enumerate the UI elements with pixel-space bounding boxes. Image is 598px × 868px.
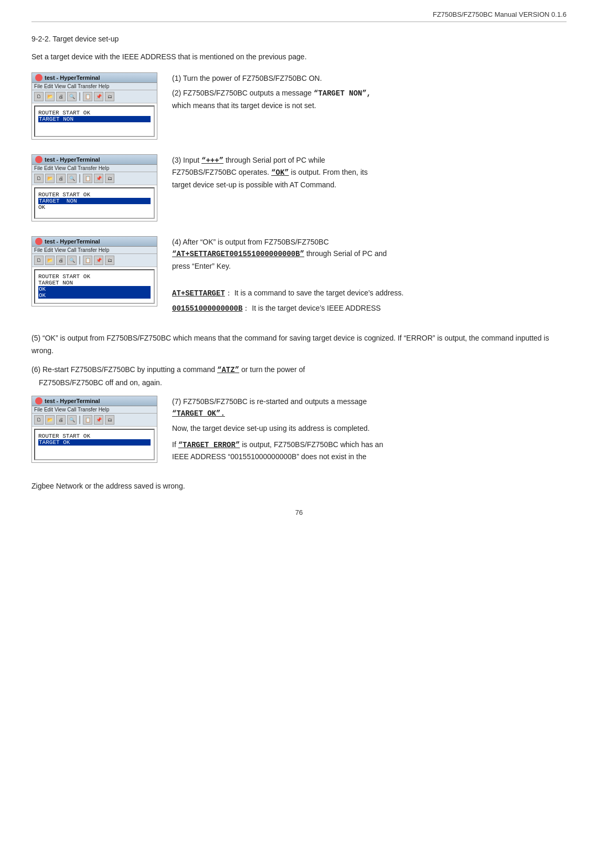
page-number: 76	[31, 509, 567, 516]
terminal-1-menubar: File Edit View Call Transfer Help	[32, 83, 157, 90]
step-7-para3: If “TARGET ERROR” is output, FZ750BS/FZ7…	[172, 439, 567, 463]
terminal-1-titlebar: test - HyperTerminal	[32, 73, 157, 83]
description-4: (7) FZ750BS/FZ750BC is re-started and ou…	[172, 396, 567, 466]
terminal-3-titlebar: test - HyperTerminal	[32, 237, 157, 247]
intro-text: Set a target device with the IEEE ADDRES…	[31, 52, 567, 61]
step-6-b: “ATZ”	[217, 366, 239, 374]
terminal-2-toolbar: 🗋 📂 🖨 🔍 📋 📌 🗂	[32, 172, 157, 185]
terminal-3-line-3: OK	[38, 286, 151, 292]
toolbar-new[interactable]: 🗋	[34, 92, 44, 101]
step-2-a: (2) FZ750BS/FZ750BC outputs a message	[172, 89, 314, 97]
ieee-desc: 001551000000000B： It is the target devic…	[172, 302, 567, 314]
terminal-4-titlebar: test - HyperTerminal	[32, 396, 157, 406]
at-cmd-label: AT+SETTARGET	[172, 289, 225, 298]
step-4-c: through Serial of PC and	[304, 249, 387, 258]
terminal-3: test - HyperTerminal File Edit View Call…	[31, 236, 157, 306]
terminal-2-menubar: File Edit View Call Transfer Help	[32, 165, 157, 172]
t4-toolbar-sep	[79, 416, 80, 424]
terminal-2-body: ROUTER START OK TARGET NON OK	[34, 187, 155, 219]
terminal-2-line-2: TARGET NON	[38, 198, 151, 204]
t4-toolbar-extra[interactable]: 🗂	[105, 415, 114, 425]
terminal-1-toolbar: 🗋 📂 🖨 🔍 📋 📌 🗂	[32, 90, 157, 103]
step-7-g: IEEE ADDRESS “001551000000000B” does not…	[172, 452, 366, 461]
terminal-1-icon	[35, 74, 42, 81]
toolbar-copy[interactable]: 📋	[83, 92, 92, 101]
terminal-2-titlebar: test - HyperTerminal	[32, 155, 157, 165]
terminal-4: test - HyperTerminal File Edit View Call…	[31, 396, 157, 463]
step-3-c: through Serial port of PC while	[223, 156, 325, 164]
step-7-a: (7) FZ750BS/FZ750BC is re-started and ou…	[172, 397, 367, 406]
step-3-d: FZ750BS/FZ750BC operates.	[172, 168, 271, 176]
step-4-b: “AT+SETTARGET001551000000000B”	[172, 250, 304, 258]
terminal-3-body: ROUTER START OK TARGET NON OK OK	[34, 269, 155, 304]
t2-toolbar-search[interactable]: 🔍	[67, 174, 77, 183]
terminal-3-title: test - HyperTerminal	[45, 238, 100, 245]
step-4-a: (4) After “OK” is output from FZ750BS/FZ…	[172, 238, 329, 246]
t4-toolbar-paste[interactable]: 📌	[94, 415, 103, 425]
t2-toolbar-open[interactable]: 📂	[45, 174, 55, 183]
step-7-d: If	[172, 440, 178, 449]
row-4: test - HyperTerminal File Edit View Call…	[31, 396, 567, 466]
terminal-4-toolbar: 🗋 📂 🖨 🔍 📋 📌 🗂	[32, 414, 157, 427]
t3-toolbar-copy[interactable]: 📋	[83, 256, 92, 265]
toolbar-extra[interactable]: 🗂	[105, 92, 114, 101]
step-6-d: FZ750BS/FZ750BC off and on, again.	[31, 378, 162, 387]
t2-toolbar-sep	[79, 174, 80, 183]
t2-toolbar-extra[interactable]: 🗂	[105, 174, 114, 183]
step-7-b: “TARGET OK”.	[172, 409, 225, 418]
terminal-2-line-3: OK	[38, 204, 151, 210]
section-title: 9-2-2. Target device set-up	[31, 35, 567, 43]
step-7-f: is output, FZ750BS/FZ750BC which has an	[240, 440, 383, 449]
terminal-4-line-1: ROUTER START OK	[38, 433, 151, 439]
terminal-3-menubar: File Edit View Call Transfer Help	[32, 247, 157, 254]
terminal-2-line-1: ROUTER START OK	[38, 192, 151, 198]
t2-toolbar-print[interactable]: 🖨	[56, 174, 66, 183]
t3-toolbar-paste[interactable]: 📌	[94, 256, 103, 265]
row-3: test - HyperTerminal File Edit View Call…	[31, 236, 567, 317]
terminal-4-icon	[35, 397, 42, 405]
step-3-e: “OK”	[271, 168, 289, 177]
toolbar-search[interactable]: 🔍	[67, 92, 77, 101]
t4-toolbar-print[interactable]: 🖨	[56, 415, 66, 425]
t2-toolbar-paste[interactable]: 📌	[94, 174, 103, 183]
t3-toolbar-new[interactable]: 🗋	[34, 256, 44, 265]
terminal-2-title: test - HyperTerminal	[45, 156, 100, 163]
t3-toolbar-open[interactable]: 📂	[45, 256, 55, 265]
step-3-text: (3) Input “+++” through Serial port of P…	[172, 154, 567, 190]
at-cmd-desc: AT+SETTARGET： It is a command to save th…	[172, 287, 567, 299]
t4-toolbar-open[interactable]: 📂	[45, 415, 55, 425]
step-4-text: (4) After “OK” is output from FZ750BS/FZ…	[172, 236, 567, 272]
toolbar-print[interactable]: 🖨	[56, 92, 66, 101]
toolbar-open[interactable]: 📂	[45, 92, 55, 101]
toolbar-sep-1	[79, 92, 80, 101]
manual-title: FZ750BS/FZ750BC Manual VERSION 0.1.6	[433, 10, 567, 18]
t3-toolbar-print[interactable]: 🖨	[56, 256, 66, 265]
terminal-1: test - HyperTerminal File Edit View Call…	[31, 72, 157, 140]
description-1: (1) Turn the power of FZ750BS/FZ750BC ON…	[172, 72, 567, 114]
terminal-2-icon	[35, 156, 42, 163]
at-cmd-text: ： It is a command to save the target dev…	[225, 289, 404, 297]
toolbar-paste[interactable]: 📌	[94, 92, 103, 101]
terminal-4-title: test - HyperTerminal	[45, 398, 100, 404]
description-2: (3) Input “+++” through Serial port of P…	[172, 154, 567, 194]
t4-toolbar-new[interactable]: 🗋	[34, 415, 44, 425]
t2-toolbar-new[interactable]: 🗋	[34, 174, 44, 183]
t4-toolbar-search[interactable]: 🔍	[67, 415, 77, 425]
t3-toolbar-extra[interactable]: 🗂	[105, 256, 114, 265]
step-5-text: (5) “OK” is output from FZ750BS/FZ750BC …	[31, 332, 567, 357]
t3-toolbar-sep	[79, 256, 80, 264]
terminal-1-body: ROUTER START OK TARGET NON	[34, 105, 155, 137]
step-1-text: (1) Turn the power of FZ750BS/FZ750BC ON…	[172, 72, 567, 84]
ieee-text: ： It is the target device’s IEEE ADDRESS	[242, 304, 381, 312]
step-2-c: which means that its target device is no…	[172, 101, 316, 110]
terminal-2: test - HyperTerminal File Edit View Call…	[31, 154, 157, 221]
ieee-label: 001551000000000B	[172, 304, 242, 313]
step-6-text: (6) Re-start FZ750BS/FZ750BC by inputtin…	[31, 364, 567, 389]
t4-toolbar-copy[interactable]: 📋	[83, 415, 92, 425]
step-7-para1: (7) FZ750BS/FZ750BC is re-started and ou…	[172, 396, 567, 420]
terminal-1-line-1: ROUTER START OK	[38, 110, 151, 116]
t2-toolbar-copy[interactable]: 📋	[83, 174, 92, 183]
t3-toolbar-search[interactable]: 🔍	[67, 256, 77, 265]
step-7-e: “TARGET ERROR”	[178, 441, 240, 449]
row-1: test - HyperTerminal File Edit View Call…	[31, 72, 567, 140]
